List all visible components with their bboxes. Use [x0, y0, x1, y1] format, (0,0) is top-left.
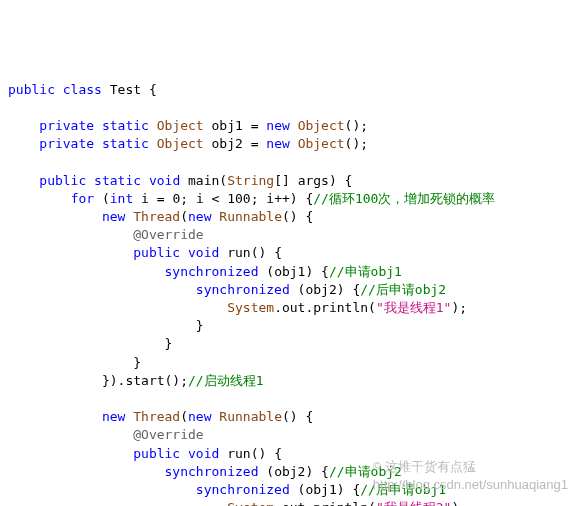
type-system: System — [227, 500, 274, 506]
type-object: Object — [157, 118, 204, 133]
kw-synchronized: synchronized — [165, 464, 259, 479]
type-runnable: Runnable — [219, 409, 282, 424]
kw-public: public — [133, 245, 180, 260]
kw-static: static — [102, 136, 149, 151]
watermark-url: http://blog.csdn.net/sunhuaqiang1 — [373, 477, 568, 492]
kw-int: int — [110, 191, 133, 206]
watermark-badge-icon: © — [373, 459, 381, 474]
type-object: Object — [298, 118, 345, 133]
id-obj1: obj1 — [212, 118, 243, 133]
id-out: out — [282, 500, 305, 506]
comment-then-apply-obj2: //后申请obj2 — [360, 282, 446, 297]
kw-new: new — [266, 118, 289, 133]
type-object: Object — [157, 136, 204, 151]
num-hundred: 100 — [227, 191, 250, 206]
kw-new: new — [102, 209, 125, 224]
id-out: out — [282, 300, 305, 315]
id-run: run — [227, 446, 250, 461]
kw-new: new — [102, 409, 125, 424]
kw-synchronized: synchronized — [196, 482, 290, 497]
num-zero: 0 — [172, 191, 180, 206]
kw-synchronized: synchronized — [165, 264, 259, 279]
kw-void: void — [188, 245, 219, 260]
id-obj1: obj1 — [274, 264, 305, 279]
id-obj1: obj1 — [305, 482, 336, 497]
annotation-override: @Override — [133, 427, 203, 442]
kw-static: static — [102, 118, 149, 133]
kw-public: public — [39, 173, 86, 188]
kw-for: for — [71, 191, 94, 206]
id-obj2: obj2 — [274, 464, 305, 479]
kw-new: new — [266, 136, 289, 151]
type-object: Object — [298, 136, 345, 151]
kw-private: private — [39, 136, 94, 151]
type-system: System — [227, 300, 274, 315]
id-obj2: obj2 — [305, 282, 336, 297]
id-println: println — [313, 500, 368, 506]
kw-public: public — [133, 446, 180, 461]
id-i: i — [266, 191, 274, 206]
id-args: args — [298, 173, 329, 188]
id-i: i — [141, 191, 149, 206]
type-thread: Thread — [133, 209, 180, 224]
id-start: start — [125, 373, 164, 388]
kw-class: class — [63, 82, 102, 97]
string-thread2: "我是线程2" — [376, 500, 451, 506]
kw-private: private — [39, 118, 94, 133]
id-println: println — [313, 300, 368, 315]
type-string: String — [227, 173, 274, 188]
id-i: i — [196, 191, 204, 206]
annotation-override: @Override — [133, 227, 203, 242]
type-thread: Thread — [133, 409, 180, 424]
kw-synchronized: synchronized — [196, 282, 290, 297]
comment-start-thread1: //启动线程1 — [188, 373, 263, 388]
kw-static: static — [94, 173, 141, 188]
code-block: public class Test { private static Objec… — [8, 81, 568, 506]
kw-void: void — [188, 446, 219, 461]
id-test: Test — [110, 82, 141, 97]
watermark-tag: 这堆干货有点猛 — [385, 459, 476, 474]
watermark: ©这堆干货有点猛http://blog.csdn.net/sunhuaqiang… — [373, 458, 568, 494]
type-runnable: Runnable — [219, 209, 282, 224]
id-run: run — [227, 245, 250, 260]
kw-new: new — [188, 409, 211, 424]
id-main: main — [188, 173, 219, 188]
kw-new: new — [188, 209, 211, 224]
comment-apply-obj1: //申请obj1 — [329, 264, 402, 279]
id-obj2: obj2 — [212, 136, 243, 151]
comment-loop: //循环100次，增加死锁的概率 — [313, 191, 495, 206]
kw-public: public — [8, 82, 55, 97]
kw-void: void — [149, 173, 180, 188]
string-thread1: "我是线程1" — [376, 300, 451, 315]
